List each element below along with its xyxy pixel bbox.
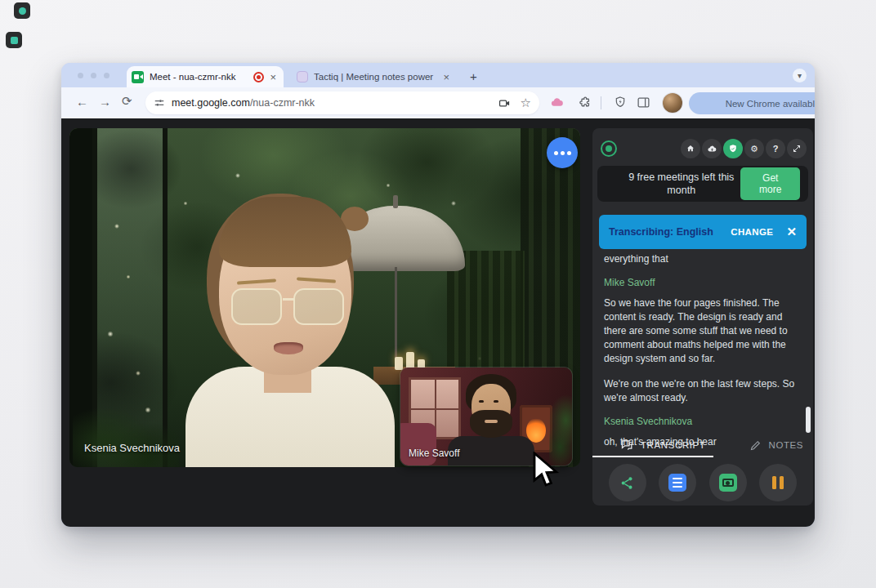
tab-search-chevron-icon[interactable]: ▾ <box>793 69 807 82</box>
side-panel-icon[interactable] <box>637 96 650 109</box>
transcribing-banner: Transcribing: English CHANGE ✕ <box>599 215 807 249</box>
chair <box>400 423 436 466</box>
shield-check-icon[interactable] <box>723 139 743 158</box>
plant <box>73 390 179 467</box>
glasses-right-lens <box>293 288 344 325</box>
chat-icon <box>620 439 634 452</box>
share-icon <box>619 475 635 491</box>
help-icon[interactable]: ? <box>766 139 785 158</box>
glasses-bridge <box>283 298 294 301</box>
cloud-upload-icon[interactable] <box>702 139 722 158</box>
close-tab-icon[interactable]: × <box>440 72 452 82</box>
get-more-button[interactable]: Get more <box>740 167 800 200</box>
new-tab-button[interactable]: + <box>470 69 477 83</box>
screenshot-button[interactable] <box>709 464 747 501</box>
tactiq-floating-bubble[interactable] <box>547 137 578 168</box>
credits-box: 9 free meetings left this month Get more <box>597 166 808 202</box>
candles <box>395 345 434 370</box>
tactiq-extension-icon[interactable] <box>550 96 565 110</box>
sidebar-tabs: TRANSCRIPT NOTES <box>592 433 813 457</box>
teal-square-icon <box>11 37 18 44</box>
site-settings-icon[interactable] <box>154 97 165 109</box>
update-chrome-button[interactable]: New Chrome available <box>689 92 815 114</box>
transcript-text: We're on the we're on the last few steps… <box>604 377 795 405</box>
tactiq-favicon-icon <box>297 71 308 82</box>
pause-icon <box>772 476 784 489</box>
close-window-button[interactable] <box>78 73 83 78</box>
self-view-tile[interactable]: Mike Savoff <box>400 368 572 466</box>
transcript-speaker: Mike Savoff <box>604 276 795 290</box>
eye <box>494 400 498 403</box>
tactiq-sidebar: ⚙ ? 9 free meetings left this month Get … <box>592 128 813 506</box>
desktop-app-icon[interactable] <box>14 2 30 19</box>
meet-page: Ksenia Svechnikova Mike Savoff nua-czmr-… <box>61 118 815 527</box>
tab-title: Tactiq | Meeting notes power <box>314 72 440 82</box>
minimize-window-button[interactable] <box>91 73 96 78</box>
recording-indicator-icon <box>253 72 264 82</box>
self-name-label: Mike Savoff <box>409 448 459 459</box>
glasses-left-lens <box>231 288 282 325</box>
participant-name-label: Ksenia Svechnikova <box>84 442 180 454</box>
pencil-icon <box>749 439 762 452</box>
umbrella-tip <box>393 195 398 208</box>
update-chrome-label: New Chrome available <box>726 99 815 109</box>
settings-gear-icon[interactable]: ⚙ <box>744 139 764 158</box>
transcript-scrollbar[interactable] <box>806 407 811 433</box>
tab-title: Meet - nua-czmr-nkk <box>150 72 250 82</box>
tab-notes-label: NOTES <box>768 440 803 450</box>
change-language-button[interactable]: CHANGE <box>731 227 773 237</box>
tab-strip: Meet - nua-czmr-nkk × Tactiq | Meeting n… <box>61 63 815 87</box>
forward-button[interactable]: → <box>99 95 111 109</box>
open-document-button[interactable] <box>659 464 696 501</box>
self-beard <box>470 410 512 438</box>
transcript-speaker: Ksenia Svechnikova <box>604 415 795 429</box>
close-tab-icon[interactable]: × <box>267 72 279 82</box>
browser-window: Meet - nua-czmr-nkk × Tactiq | Meeting n… <box>61 63 815 527</box>
tab-transcript[interactable]: TRANSCRIPT <box>620 439 705 452</box>
screen: { "browser": { "tabs": [ { "title": "Mee… <box>0 0 876 588</box>
tab-notes[interactable]: NOTES <box>749 439 803 452</box>
teal-dot-icon <box>19 7 26 15</box>
eye <box>479 400 484 403</box>
camera-permission-icon[interactable] <box>498 97 511 109</box>
profile-avatar[interactable] <box>663 93 682 113</box>
active-tab-underline <box>592 456 713 457</box>
tactiq-logo-icon <box>601 140 617 157</box>
close-banner-icon[interactable]: ✕ <box>786 225 797 239</box>
self-body <box>448 436 534 466</box>
shield-extension-icon[interactable] <box>614 96 627 109</box>
browser-toolbar: ← → ⟳ meet.google.com/nua-czmr-nkk ☆ <box>61 87 815 119</box>
reload-button[interactable]: ⟳ <box>122 94 132 109</box>
credits-label: 9 free meetings left this month <box>622 171 740 198</box>
zoom-window-button[interactable] <box>104 73 110 78</box>
transcript-text: everything that <box>604 252 795 266</box>
collapse-panel-icon[interactable] <box>787 139 807 158</box>
tab-meet[interactable]: Meet - nua-czmr-nkk × <box>127 66 284 87</box>
home-icon[interactable] <box>681 139 700 158</box>
url-text: meet.google.com/nua-czmr-nkk <box>172 97 498 109</box>
transcript-list: everything that Mike Savoff So we have t… <box>604 252 795 457</box>
self-mouth <box>485 420 498 423</box>
address-bar[interactable]: meet.google.com/nua-czmr-nkk ☆ <box>145 91 539 114</box>
back-button[interactable]: ← <box>76 95 88 109</box>
pause-transcription-button[interactable] <box>759 464 797 501</box>
tab-tactiq[interactable]: Tactiq | Meeting notes power × <box>292 66 457 87</box>
document-icon <box>668 474 686 492</box>
extensions-puzzle-icon[interactable] <box>578 96 592 109</box>
desktop-app-icon[interactable] <box>6 32 22 48</box>
mouth <box>274 342 303 354</box>
share-button[interactable] <box>609 464 646 501</box>
sidebar-actions <box>592 462 813 503</box>
toolbar-divider <box>601 96 601 109</box>
bookmark-star-icon[interactable]: ☆ <box>521 96 531 110</box>
tactiq-header-icons: ⚙ ? <box>681 139 807 158</box>
screenshot-camera-icon <box>719 474 737 492</box>
mouse-cursor <box>532 452 560 489</box>
tab-transcript-label: TRANSCRIPT <box>641 440 705 450</box>
transcript-text: So we have the four pages finished. The … <box>604 296 795 366</box>
transcribing-label: Transcribing: English <box>609 226 722 238</box>
meet-favicon-icon <box>132 71 144 83</box>
